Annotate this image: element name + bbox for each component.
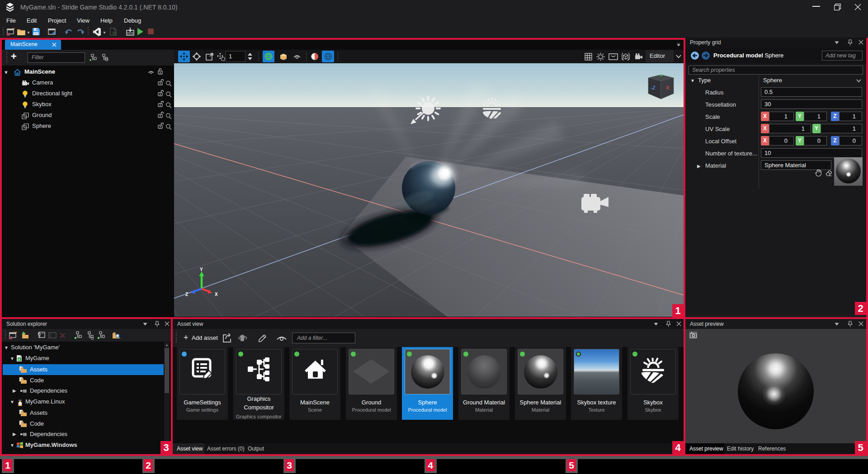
svg-text:Z: Z (185, 292, 188, 297)
svg-text:X: X (666, 85, 670, 90)
svg-text:Y: Y (200, 267, 203, 272)
svg-text:X: X (215, 292, 218, 297)
svg-text:-Z: -Z (651, 85, 656, 90)
